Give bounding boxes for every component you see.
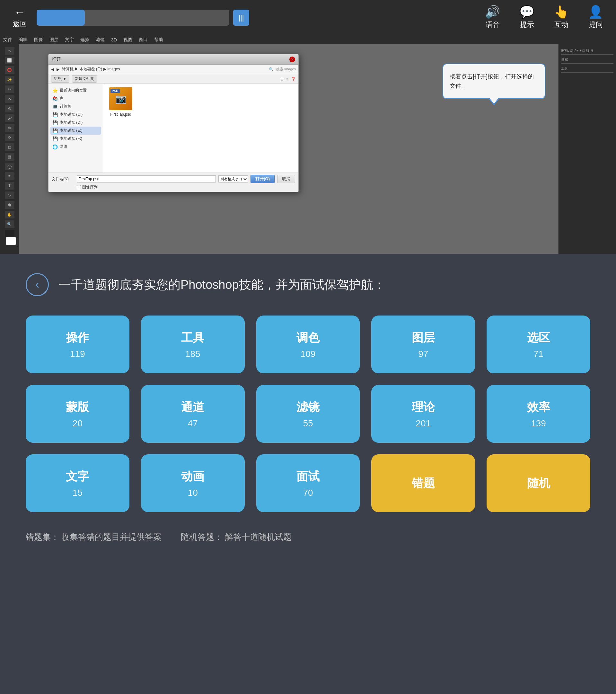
interact-button[interactable]: 👆 互动	[554, 6, 569, 30]
category-btn-tongdao[interactable]: 通道 47	[141, 385, 245, 443]
dialog-toolbar: 组织 ▼ 新建文件夹 ⊞ ≡ ❓	[49, 74, 298, 84]
category-btn-xuanqu[interactable]: 选区 71	[487, 315, 590, 373]
dialog-titlebar: 打开 ✕	[49, 54, 298, 65]
category-header: ‹ 一千道题彻底夯实您的Photoshop技能，并为面试保驾护航：	[26, 273, 590, 296]
dialog-help-icon[interactable]: ❓	[291, 77, 296, 81]
drive-f-label: 本地磁盘 (F:)	[60, 136, 82, 141]
filename-input[interactable]	[77, 176, 216, 182]
voice-button[interactable]: 🔊 语音	[485, 6, 500, 30]
top-bar-right: 🔊 语音 💬 提示 👆 互动 👤 提问	[485, 6, 603, 30]
filename-label: 文件名(N):	[52, 177, 74, 182]
category-btn-mianshi[interactable]: 面试 70	[256, 454, 360, 512]
ps-tool-pen[interactable]: ✒	[5, 172, 15, 180]
category-btn-donghua[interactable]: 动画 10	[141, 454, 245, 512]
ps-menu-layer[interactable]: 图层	[50, 37, 58, 43]
filetype-select[interactable]: 所有格式 (*.*)	[218, 176, 248, 182]
ps-tool-zoom[interactable]: 🔍	[5, 220, 15, 228]
back-button[interactable]: ← 返回	[13, 6, 27, 29]
category-btn-xiaolv[interactable]: 效率 139	[487, 385, 590, 443]
cat-name-mengban: 蒙版	[66, 399, 89, 415]
image-sequence-checkbox-label[interactable]: 图像序列	[77, 184, 98, 190]
question-button[interactable]: 👤 提问	[588, 6, 603, 30]
dialog-close-button[interactable]: ✕	[290, 57, 295, 62]
dialog-view-icon1[interactable]: ⊞	[280, 77, 284, 81]
dialog-sidebar-drivef[interactable]: 💾 本地磁盘 (F:)	[51, 134, 101, 143]
ps-menu-edit[interactable]: 编辑	[19, 37, 27, 43]
dialog-newfolder-button[interactable]: 新建文件夹	[72, 75, 97, 83]
ps-tool-crop[interactable]: ✂	[5, 86, 15, 93]
dialog-sidebar-drived[interactable]: 💾 本地磁盘 (D:)	[51, 118, 101, 127]
ps-tool-color-fg[interactable]	[5, 230, 15, 238]
cat-count-wenzi: 15	[73, 488, 82, 498]
file-name-firsttap: FirstTap.psd	[110, 112, 131, 117]
ps-menu-view[interactable]: 视图	[123, 37, 132, 43]
progress-bar-bg	[37, 10, 229, 26]
ps-menu-select[interactable]: 选择	[80, 37, 89, 43]
hint-label: 提示	[520, 20, 534, 30]
ps-tool-eraser[interactable]: ◻	[5, 143, 15, 151]
category-btn-lvjing[interactable]: 滤镜 55	[256, 385, 360, 443]
file-item-firsttap[interactable]: FirstTap.psd	[106, 87, 135, 117]
ps-menu-image[interactable]: 图像	[34, 37, 43, 43]
ps-tool-hand[interactable]: ✋	[5, 211, 15, 218]
ps-tool-spot[interactable]: ⊙	[5, 105, 15, 112]
cat-count-mengban: 20	[73, 418, 82, 428]
category-btn-lilun[interactable]: 理论 201	[371, 385, 475, 443]
ps-menu-text[interactable]: 文字	[65, 37, 74, 43]
dialog-cancel-button[interactable]: 取消	[277, 175, 295, 183]
ps-tool-move[interactable]: ↖	[5, 47, 15, 55]
category-btn-caozuo[interactable]: 操作 119	[26, 315, 129, 373]
category-btn-gongju[interactable]: 工具 185	[141, 315, 245, 373]
category-back-button[interactable]: ‹	[26, 273, 49, 296]
dialog-sidebar-drivee[interactable]: 💾 本地磁盘 (E:)	[51, 127, 101, 134]
dialog-nav-back[interactable]: ◀	[51, 67, 54, 72]
hint-button[interactable]: 💬 提示	[519, 6, 535, 30]
dialog-sidebar-drivec[interactable]: 💾 本地磁盘 (C:)	[51, 111, 101, 118]
cat-name-tiaose: 调色	[296, 330, 320, 346]
dialog-view-icon2[interactable]: ≡	[286, 77, 288, 81]
library-label: 库	[60, 96, 63, 101]
dialog-addressbar: ◀ ▶ 计算机 ▶ 本地磁盘 (E:) ▶ Images 🔍 搜索 Images	[49, 65, 298, 74]
ps-tool-lasso[interactable]: ⭕	[5, 66, 15, 74]
category-title: 一千道题彻底夯实您的Photoshop技能，并为面试保驾护航：	[58, 277, 386, 293]
ps-tool-gradient[interactable]: ▦	[5, 153, 15, 161]
ps-tool-path[interactable]: ▷	[5, 191, 15, 199]
image-sequence-checkbox[interactable]	[77, 185, 81, 189]
ps-tool-eye[interactable]: 👁	[5, 95, 15, 103]
ps-menu-window[interactable]: 窗口	[139, 37, 148, 43]
dialog-sidebar-recent[interactable]: ⭐ 最近访问的位置	[51, 87, 101, 94]
ps-tool-color-bg[interactable]	[6, 237, 16, 245]
ps-tool-brush[interactable]: 🖌	[5, 114, 15, 122]
drive-f-icon: 💾	[52, 136, 58, 141]
cat-name-gongju: 工具	[181, 330, 204, 346]
category-btn-suiji[interactable]: 随机	[487, 454, 590, 512]
dialog-open-button[interactable]: 打开(O)	[250, 175, 275, 183]
cat-count-lvjing: 55	[303, 418, 313, 428]
dialog-sidebar-library[interactable]: 📚 库	[51, 94, 101, 103]
ps-menu-file[interactable]: 文件	[3, 37, 12, 43]
category-btn-cuoti[interactable]: 错题	[371, 454, 475, 512]
interact-label: 互动	[554, 20, 568, 30]
category-btn-tuceng[interactable]: 图层 97	[371, 315, 475, 373]
ps-tool-select[interactable]: ⬜	[5, 57, 15, 64]
ps-tool-shape[interactable]: ⬟	[5, 201, 15, 209]
ps-menu-help[interactable]: 帮助	[154, 37, 163, 43]
ps-tool-stamp[interactable]: ⊕	[5, 124, 15, 132]
ps-menu-3d[interactable]: 3D	[111, 37, 117, 42]
dialog-sidebar-computer[interactable]: 💻 计算机	[51, 103, 101, 111]
dialog-sidebar-network[interactable]: 🌐 网络	[51, 143, 101, 151]
category-btn-wenzi[interactable]: 文字 15	[26, 454, 129, 512]
progress-indicator: |||	[233, 10, 249, 26]
cat-name-tongdao: 通道	[181, 399, 204, 415]
ps-menu-filter[interactable]: 滤镜	[96, 37, 105, 43]
library-icon: 📚	[52, 96, 58, 101]
ps-tool-text[interactable]: T	[5, 182, 15, 189]
ps-tool-dodge[interactable]: ◯	[5, 163, 15, 170]
ps-tool-wand[interactable]: ✨	[5, 76, 15, 84]
footer-suiji-key: 随机答题：	[181, 532, 223, 542]
category-btn-tiaose[interactable]: 调色 109	[256, 315, 360, 373]
dialog-organize-button[interactable]: 组织 ▼	[51, 75, 69, 83]
ps-tool-history[interactable]: ⟳	[5, 134, 15, 141]
category-btn-mengban[interactable]: 蒙版 20	[26, 385, 129, 443]
dialog-nav-forward[interactable]: ▶	[57, 67, 59, 72]
